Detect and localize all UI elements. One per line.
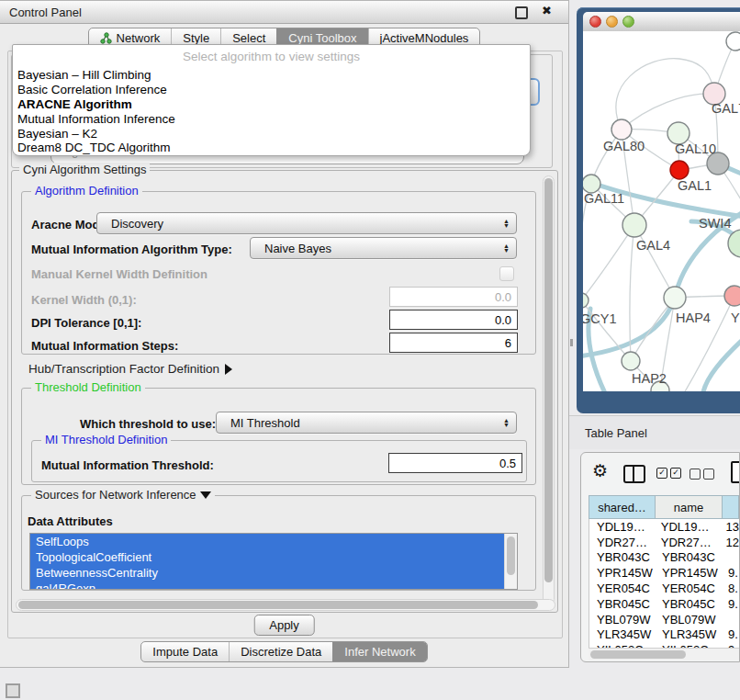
checked-box-icon: ✓ bbox=[670, 468, 681, 479]
table-row[interactable]: YBL079WYBL079W bbox=[589, 612, 739, 627]
close-icon[interactable]: ✖ bbox=[542, 4, 552, 17]
network-canvas[interactable]: GAL7GAL80GAL10GAL1GAL11GAL4SWI4GCY1HAP4Y… bbox=[583, 31, 740, 391]
tab-label: Discretize Data bbox=[241, 645, 321, 659]
node-top-partial[interactable] bbox=[726, 32, 740, 51]
dropdown-item-bayesian-k2[interactable]: Bayesian – K2 bbox=[13, 126, 530, 141]
node-gal11-label: GAL11 bbox=[584, 191, 624, 206]
listbox-vertical-scrollbar[interactable] bbox=[504, 534, 517, 589]
table-cell: YPR145W bbox=[656, 565, 723, 581]
node-hap4[interactable] bbox=[664, 287, 686, 309]
node-hap2[interactable] bbox=[622, 352, 640, 370]
table-cell: 8. bbox=[723, 581, 739, 596]
collapse-down-icon[interactable] bbox=[200, 491, 211, 499]
mi-steps-field[interactable]: 6 bbox=[389, 333, 518, 353]
network-view-window: GAL7GAL80GAL10GAL1GAL11GAL4SWI4GCY1HAP4Y… bbox=[577, 7, 740, 413]
bottom-tab-discretize-data[interactable]: Discretize Data bbox=[229, 642, 332, 661]
node-gal80-label: GAL80 bbox=[603, 139, 645, 153]
dropdown-item-bayesian-hill-climbing[interactable]: Bayesian – Hill Climbing bbox=[13, 68, 530, 83]
kernel-width-label: Kernel Width (0,1): bbox=[31, 293, 137, 307]
sources-group-title[interactable]: Sources for Network Inference bbox=[31, 488, 215, 502]
table-row[interactable]: YER054CYER054C8. bbox=[589, 581, 739, 596]
tab-label: Cyni Toolbox bbox=[288, 31, 356, 45]
dpi-tolerance-field[interactable]: 0.0 bbox=[389, 310, 518, 330]
table-row[interactable]: YDR27…YDR27…12 bbox=[589, 535, 739, 550]
float-window-icon[interactable] bbox=[515, 6, 528, 19]
scrollbar-thumb[interactable] bbox=[590, 650, 686, 659]
bottom-tab-impute-data[interactable]: Impute Data bbox=[141, 642, 229, 661]
table-horizontal-scrollbar[interactable] bbox=[589, 648, 739, 660]
mi-threshold-group: MI Threshold Definition Mutual Informati… bbox=[31, 440, 527, 482]
gear-icon[interactable]: ⚙ bbox=[592, 460, 608, 481]
scrollbar-thumb[interactable] bbox=[18, 601, 538, 609]
settings-vertical-scrollbar[interactable] bbox=[543, 175, 555, 605]
zoom-traffic-light[interactable] bbox=[622, 16, 634, 28]
kernel-width-field[interactable]: 0.0 bbox=[389, 287, 518, 307]
manual-kernel-checkbox[interactable] bbox=[499, 266, 514, 281]
table-cell: YDL19… bbox=[656, 519, 722, 535]
document-icon[interactable] bbox=[731, 461, 740, 483]
table-cell: YDR27… bbox=[589, 535, 656, 550]
tab-label: Impute Data bbox=[152, 645, 218, 659]
network-icon bbox=[100, 32, 112, 44]
table-cell: YBR043C bbox=[589, 550, 656, 566]
sources-title-text: Sources for Network Inference bbox=[35, 488, 196, 502]
attribute-item-betweennesscentrality[interactable]: BetweennessCentrality bbox=[30, 565, 510, 581]
split-columns-icon[interactable] bbox=[623, 465, 645, 483]
panel-grip-icon[interactable] bbox=[6, 683, 20, 698]
settings-horizontal-scrollbar[interactable] bbox=[16, 599, 555, 611]
aracne-mode-combobox[interactable]: Discovery ▲▼ bbox=[96, 212, 517, 234]
node-gcy1[interactable] bbox=[583, 293, 589, 308]
node-gal1[interactable] bbox=[670, 161, 689, 179]
select-all-columns-icon[interactable]: ✓ ✓ bbox=[656, 468, 681, 479]
column-header-2[interactable] bbox=[723, 495, 739, 519]
mi-threshold-label: Mutual Information Threshold: bbox=[41, 458, 214, 472]
network-window-titlebar[interactable] bbox=[583, 12, 740, 32]
column-header-name[interactable]: name bbox=[656, 495, 723, 519]
threshold-definition-title: Threshold Definition bbox=[31, 380, 145, 394]
aracne-mode-value: Discovery bbox=[111, 217, 163, 231]
table-panel-header: Table Panel bbox=[569, 415, 740, 449]
node-y-partial[interactable] bbox=[724, 286, 740, 306]
expand-right-icon[interactable] bbox=[225, 364, 232, 375]
node-gal4[interactable] bbox=[622, 213, 646, 237]
apply-button[interactable]: Apply bbox=[253, 615, 315, 636]
attribute-item-selfloops[interactable]: SelfLoops bbox=[30, 534, 510, 549]
node-gal80[interactable] bbox=[611, 119, 632, 140]
node-swi4-label: SWI4 bbox=[699, 216, 731, 231]
dropdown-item-mutual-information-inference[interactable]: Mutual Information Inference bbox=[13, 111, 530, 126]
table-cell: 9. bbox=[723, 565, 739, 581]
node-gal11[interactable] bbox=[583, 175, 600, 193]
which-threshold-value: MI Threshold bbox=[230, 416, 300, 430]
which-threshold-combobox[interactable]: MI Threshold ▲▼ bbox=[216, 412, 517, 434]
column-header-shared[interactable]: shared… bbox=[589, 495, 656, 519]
splitpane-handle[interactable] bbox=[570, 339, 573, 346]
close-traffic-light[interactable] bbox=[589, 16, 601, 28]
node-gal10-label: GAL10 bbox=[675, 141, 716, 156]
hub-definition-section[interactable]: Hub/Transcription Factor Definition bbox=[28, 362, 232, 376]
scrollbar-thumb[interactable] bbox=[507, 536, 515, 575]
dropdown-item-basic-correlation-inference[interactable]: Basic Correlation Inference bbox=[13, 83, 530, 97]
scrollbar-thumb[interactable] bbox=[544, 178, 553, 582]
mi-type-combobox[interactable]: Naive Bayes ▲▼ bbox=[250, 237, 517, 259]
table-cell: YBR045C bbox=[656, 596, 723, 612]
table-row[interactable]: YLR345WYLR345W9. bbox=[589, 627, 739, 643]
sources-group: Sources for Network Inference Data Attri… bbox=[21, 495, 536, 591]
control-panel-titlebar: Control Panel ✖ bbox=[0, 1, 568, 24]
minimize-traffic-light[interactable] bbox=[606, 16, 618, 28]
data-attributes-listbox[interactable]: SelfLoopsTopologicalCoefficientBetweenne… bbox=[29, 533, 518, 590]
attribute-item-gal4rgexp[interactable]: gal4RGexp bbox=[30, 581, 510, 590]
bottom-tab-infer-network[interactable]: Infer Network bbox=[332, 642, 426, 661]
table-row[interactable]: YBR045CYBR045C9. bbox=[589, 596, 739, 612]
attribute-item-topologicalcoefficient[interactable]: TopologicalCoefficient bbox=[30, 549, 510, 565]
table-row[interactable]: YBR043CYBR043C bbox=[589, 550, 739, 566]
dropdown-item-aracne-algorithm[interactable]: ARACNE Algorithm bbox=[13, 97, 530, 112]
unselect-all-columns-icon[interactable] bbox=[690, 469, 714, 480]
network-edge bbox=[702, 336, 740, 391]
table-row[interactable]: YPR145WYPR145W9. bbox=[589, 565, 739, 581]
network-edge bbox=[583, 225, 634, 300]
mi-steps-value: 6 bbox=[505, 336, 511, 350]
mi-threshold-field[interactable]: 0.5 bbox=[388, 453, 522, 473]
dropdown-item-dream8-dc-tdc-algorithm[interactable]: Dream8 DC_TDC Algorithm bbox=[13, 141, 530, 155]
algorithm-dropdown-popup: Select algorithm to view settings Bayesi… bbox=[12, 44, 531, 156]
table-row[interactable]: YDL19…YDL19…13 bbox=[589, 519, 739, 535]
